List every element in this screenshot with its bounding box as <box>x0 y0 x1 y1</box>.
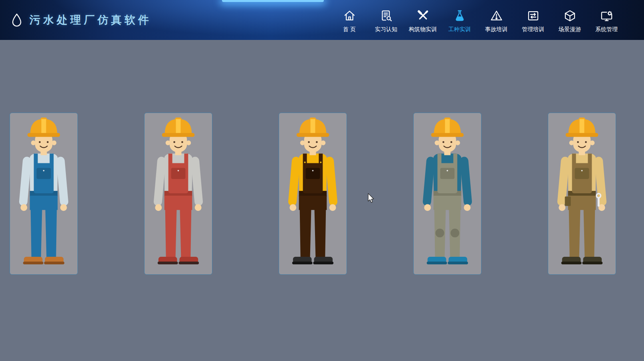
home-icon <box>343 9 356 22</box>
nav-item-structure-training[interactable]: 构筑物实训 <box>404 7 441 33</box>
character-card-khaki-toolbelt-worker[interactable] <box>548 113 616 275</box>
top-bar: 污水处理厂仿真软件 首 页 <box>0 0 644 40</box>
header-glow-bar <box>222 0 324 2</box>
nav-item-management-training[interactable]: 管理培训 <box>515 7 551 33</box>
water-drop-icon <box>10 13 23 27</box>
nav-item-practice-cognition[interactable]: 实习认知 <box>368 7 404 33</box>
nav-item-label: 事故培训 <box>485 26 507 33</box>
nav-item-label: 首 页 <box>343 26 356 33</box>
nav-item-system-management[interactable]: 系统管理 <box>588 7 625 33</box>
nav-item-label: 构筑物实训 <box>409 26 437 33</box>
exchange-arrows-icon <box>527 9 540 22</box>
worker-figure <box>548 115 616 274</box>
character-card-blue-overalls-worker[interactable] <box>10 113 78 275</box>
character-grid <box>10 113 616 275</box>
nav-item-label: 工种实训 <box>448 26 471 33</box>
main-area <box>0 40 644 361</box>
character-card-brown-yellow-worker[interactable] <box>279 113 347 275</box>
warning-triangle-icon <box>490 9 503 22</box>
nav-item-label: 系统管理 <box>595 26 618 33</box>
nav-item-job-type-training[interactable]: 工种实训 <box>441 7 478 33</box>
worker-figure <box>10 115 77 274</box>
worker-figure <box>145 115 212 274</box>
document-search-icon <box>380 9 393 22</box>
app-title: 污水处理厂仿真软件 <box>30 13 152 27</box>
monitor-gear-icon <box>600 9 613 22</box>
main-nav: 首 页 实习认知 <box>331 7 625 33</box>
nav-item-label: 管理培训 <box>522 26 544 33</box>
character-card-olive-overalls-worker[interactable] <box>413 113 482 275</box>
character-card-red-overalls-worker[interactable] <box>144 113 212 275</box>
nav-item-scene-roaming[interactable]: 场景漫游 <box>551 7 588 33</box>
nav-item-accident-training[interactable]: 事故培训 <box>478 7 515 33</box>
worker-figure <box>414 115 481 274</box>
nav-item-label: 场景漫游 <box>559 26 581 33</box>
crossed-tools-icon <box>416 9 430 22</box>
nav-item-label: 实习认知 <box>375 26 397 33</box>
nav-item-home[interactable]: 首 页 <box>331 7 368 33</box>
screen: 污水处理厂仿真软件 首 页 <box>0 0 644 361</box>
app-brand: 污水处理厂仿真软件 <box>10 13 152 27</box>
flask-icon <box>453 9 466 22</box>
worker-figure <box>279 115 347 274</box>
cube-icon <box>563 9 577 22</box>
